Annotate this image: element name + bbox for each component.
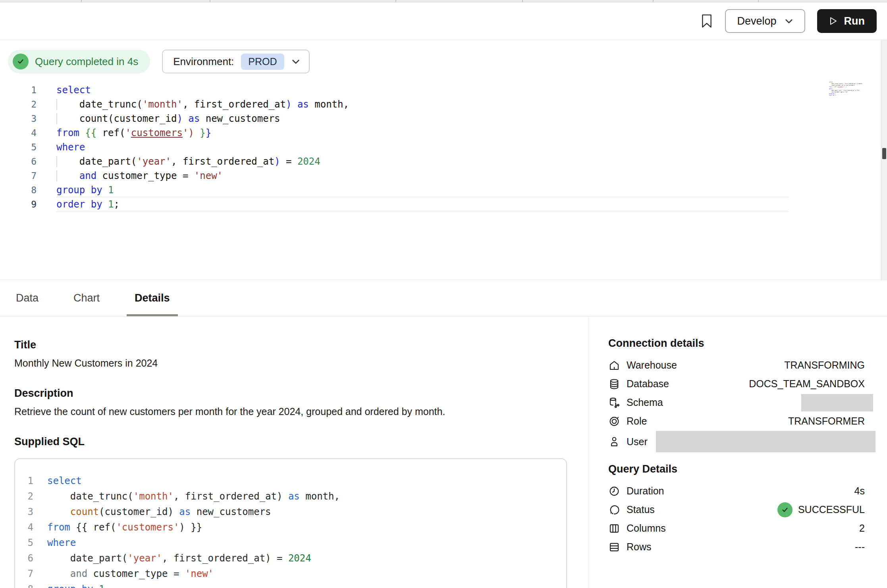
detail-value: 4s (854, 485, 865, 497)
chevron-down-icon (291, 58, 300, 65)
tab-data[interactable]: Data (14, 280, 40, 316)
line-number: 1 (15, 473, 33, 489)
tab-chart[interactable]: Chart (72, 280, 101, 316)
develop-button[interactable]: Develop (725, 9, 805, 33)
connection-rows: WarehouseTRANSFORMINGDatabaseDOCS_TEAM_S… (608, 356, 865, 453)
detail-label: Warehouse (627, 359, 677, 371)
editor-code-lines[interactable]: 1select2 date_trunc('month', first_order… (0, 83, 887, 211)
tab-divider (395, 0, 396, 2)
detail-value: 2 (859, 523, 865, 534)
run-button[interactable]: Run (817, 9, 877, 33)
description-value: Retrieve the count of new customers per … (14, 406, 588, 417)
code-line: 4from {{ ref('customers') }} (0, 126, 887, 140)
role-icon (608, 415, 620, 427)
bookmark-icon[interactable] (700, 13, 713, 29)
spinner-icon (608, 504, 620, 516)
line-number: 3 (0, 111, 37, 126)
redacted-value (801, 394, 873, 411)
environment-label: Environment: (173, 56, 234, 68)
detail-value: DOCS_TEAM_SANDBOX (749, 378, 865, 390)
tab-details[interactable]: Details (133, 280, 172, 316)
title-value: Monthly New Customers in 2024 (14, 357, 588, 369)
redacted-value (656, 431, 875, 452)
database-icon (608, 378, 620, 390)
clock-icon (608, 485, 620, 497)
tab-divider (81, 0, 82, 2)
detail-label: Status (627, 504, 655, 515)
editor-scrollbar[interactable] (881, 40, 887, 281)
editor-minimap[interactable]: select date_trunc('month', first_ordered… (827, 81, 871, 115)
line-number: 3 (15, 504, 33, 520)
role-icon (608, 415, 620, 427)
columns-icon (608, 523, 620, 534)
detail-value: TRANSFORMING (784, 359, 865, 371)
code-line: 7 and customer_type = 'new' (15, 566, 566, 582)
minimap-code: select date_trunc('month', first_ordered… (827, 81, 832, 96)
detail-value: SUCCESSFUL (798, 504, 865, 515)
code-line: 4from {{ ref('customers') }} (15, 520, 566, 535)
chevron-down-icon (785, 18, 793, 24)
rows-icon (608, 541, 620, 553)
title-heading: Title (14, 339, 588, 351)
details-sidebar: Connection details WarehouseTRANSFORMING… (588, 317, 887, 588)
code-line: 8group by 1 (0, 183, 887, 197)
detail-label: Columns (627, 523, 666, 534)
status-value: SUCCESSFUL (777, 502, 865, 517)
detail-label: Role (627, 415, 647, 427)
line-number: 2 (15, 489, 33, 504)
line-number: 8 (0, 183, 37, 197)
code-line: 6 date_part('year', first_ordered_at) = … (15, 551, 566, 566)
user-row: User (608, 430, 865, 453)
database-row: DatabaseDOCS_TEAM_SANDBOX (608, 375, 865, 393)
check-icon (781, 505, 789, 514)
line-number: 8 (15, 582, 33, 588)
tab-divider (210, 0, 210, 2)
duration-icon (608, 485, 620, 497)
tab-divider (758, 0, 759, 2)
code-line: 3 count(customer_id) as new_customers (0, 111, 887, 126)
supplied-sql-card: 1select2 date_trunc('month', first_order… (14, 458, 567, 588)
description-heading: Description (14, 387, 588, 400)
supplied-sql-code: 1select2 date_trunc('month', first_order… (15, 473, 566, 588)
code-line: 5where (15, 535, 566, 551)
status-row: Query completed in 4s Environment: PROD (8, 50, 887, 73)
query-status-badge: Query completed in 4s (8, 50, 150, 73)
code-line: 9order by 1; (0, 197, 887, 211)
query-details-heading: Query Details (608, 463, 865, 475)
check-circle-icon (13, 54, 29, 69)
schema-row: Schema (608, 393, 865, 412)
duration-row: Duration4s (608, 482, 865, 500)
detail-label: Duration (627, 485, 664, 497)
warehouse-icon (608, 359, 620, 371)
toolbar: Develop Run (0, 2, 887, 40)
user-icon (608, 436, 620, 448)
line-number: 7 (15, 566, 33, 582)
line-number: 1 (0, 83, 37, 97)
schema-icon (608, 397, 620, 409)
code-line: 2 date_trunc('month', first_ordered_at) … (0, 97, 887, 111)
details-panel: Title Monthly New Customers in 2024 Desc… (0, 317, 887, 588)
columns-row: Columns2 (608, 519, 865, 538)
line-number: 4 (15, 520, 33, 535)
role-row: RoleTRANSFORMER (608, 412, 865, 430)
tab-divider (522, 0, 523, 2)
warehouse-row: WarehouseTRANSFORMING (608, 356, 865, 375)
detail-label: Schema (627, 397, 663, 408)
warehouse-icon (608, 359, 620, 371)
scrollbar-thumb[interactable] (882, 148, 886, 159)
details-main: Title Monthly New Customers in 2024 Desc… (0, 317, 588, 588)
rows-icon (608, 541, 620, 553)
detail-value: --- (855, 541, 865, 553)
success-check-circle-icon (777, 502, 793, 517)
detail-label: Database (627, 378, 669, 390)
results-tabbar: Data Chart Details (0, 280, 887, 317)
environment-dropdown[interactable]: Environment: PROD (162, 50, 309, 73)
status-icon (608, 504, 620, 516)
tab-divider (653, 0, 654, 2)
line-number: 4 (0, 126, 37, 140)
code-line: 3 count(customer_id) as new_customers (15, 504, 566, 520)
code-line: 1select (15, 473, 566, 489)
environment-value-pill: PROD (241, 54, 284, 70)
sql-editor[interactable]: 1select2 date_trunc('month', first_order… (0, 81, 887, 280)
code-line: 1select (0, 83, 887, 97)
